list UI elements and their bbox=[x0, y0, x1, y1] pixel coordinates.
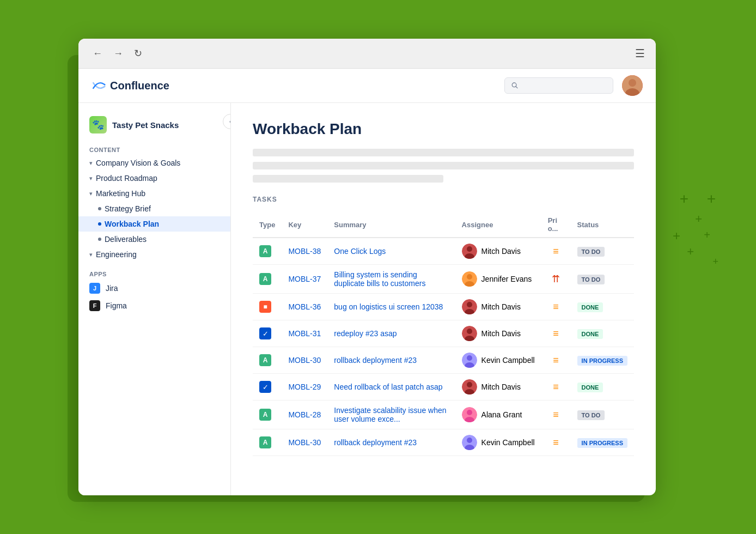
cell-summary[interactable]: redeploy #23 asap bbox=[327, 320, 455, 347]
sidebar-item-product-roadmap[interactable]: ▾ Product Roadmap bbox=[78, 171, 230, 186]
cell-status: DONE bbox=[571, 320, 634, 347]
workspace-icon: 🐾 bbox=[89, 116, 107, 134]
app-header: Confluence bbox=[78, 69, 656, 103]
table-row[interactable]: A MOBL-28 Investigate scalability issue … bbox=[253, 400, 634, 429]
cell-type: ■ bbox=[253, 294, 282, 320]
assignee-name: Alana Grant bbox=[481, 410, 522, 419]
user-avatar-image bbox=[622, 75, 643, 96]
hamburger-icon[interactable]: ☰ bbox=[635, 47, 645, 60]
confluence-logo[interactable]: Confluence bbox=[92, 78, 169, 93]
assignee-name: Kevin Campbell bbox=[481, 438, 535, 447]
assignee-name: Jennifer Evans bbox=[481, 275, 532, 283]
task-key-link[interactable]: MOBL-30 bbox=[288, 356, 321, 365]
cell-key[interactable]: MOBL-30 bbox=[282, 429, 327, 456]
content-area: Workback Plan TASKS Type Key Summary Ass… bbox=[231, 103, 656, 495]
cell-key[interactable]: MOBL-38 bbox=[282, 238, 327, 265]
task-key-link[interactable]: MOBL-30 bbox=[288, 438, 321, 447]
browser-chrome: ← → ↻ ☰ bbox=[78, 39, 656, 69]
search-bar[interactable] bbox=[504, 77, 613, 94]
assignee-cell: Alana Grant bbox=[462, 407, 535, 422]
cell-summary[interactable]: rollback deployment #23 bbox=[327, 429, 455, 456]
table-row[interactable]: A MOBL-37 Billing system is sending dupl… bbox=[253, 265, 634, 294]
sidebar-item-label: Figma bbox=[106, 301, 127, 310]
task-key-link[interactable]: MOBL-37 bbox=[288, 275, 321, 283]
status-badge: TO DO bbox=[577, 410, 605, 420]
task-summary-link[interactable]: One Click Logs bbox=[334, 247, 386, 256]
cell-assignee: Kevin Campbell bbox=[455, 347, 541, 374]
cell-key[interactable]: MOBL-37 bbox=[282, 265, 327, 294]
cell-priority: ≡ bbox=[541, 429, 571, 456]
priority-icon: ≡ bbox=[548, 246, 564, 257]
cell-key[interactable]: MOBL-36 bbox=[282, 294, 327, 320]
sidebar-item-label: Product Roadmap bbox=[96, 174, 157, 183]
cell-summary[interactable]: One Click Logs bbox=[327, 238, 455, 265]
assignee-avatar bbox=[462, 379, 477, 395]
workspace-header[interactable]: 🐾 Tasty Pet Snacks bbox=[78, 112, 230, 142]
task-key-link[interactable]: MOBL-38 bbox=[288, 247, 321, 256]
cell-key[interactable]: MOBL-30 bbox=[282, 347, 327, 374]
search-input[interactable] bbox=[522, 81, 606, 90]
table-row[interactable]: ✓ MOBL-31 redeploy #23 asap Mitch Davis … bbox=[253, 320, 634, 347]
cell-assignee: Mitch Davis bbox=[455, 238, 541, 265]
table-header: Type Key Summary Assignee Pri o... Statu… bbox=[253, 212, 634, 238]
cell-type: A bbox=[253, 347, 282, 374]
cell-key[interactable]: MOBL-29 bbox=[282, 374, 327, 400]
assignee-name: Mitch Davis bbox=[481, 383, 521, 391]
table-row[interactable]: A MOBL-38 One Click Logs Mitch Davis ≡ T… bbox=[253, 238, 634, 265]
tasks-table: Type Key Summary Assignee Pri o... Statu… bbox=[253, 212, 634, 456]
sidebar-item-strategy-brief[interactable]: Strategy Brief bbox=[78, 201, 230, 216]
task-summary-link[interactable]: redeploy #23 asap bbox=[334, 329, 397, 338]
status-badge: DONE bbox=[577, 302, 603, 312]
chevron-icon: ▾ bbox=[89, 160, 93, 167]
task-summary-link[interactable]: Need rollback of last patch asap bbox=[334, 383, 442, 391]
sidebar-item-deliverables[interactable]: Deliverables bbox=[78, 232, 230, 247]
task-summary-link[interactable]: Billing system is sending duplicate bill… bbox=[334, 270, 425, 288]
cell-status: TO DO bbox=[571, 238, 634, 265]
cell-assignee: Jennifer Evans bbox=[455, 265, 541, 294]
sidebar-item-figma[interactable]: F Figma bbox=[78, 297, 230, 314]
cell-status: TO DO bbox=[571, 265, 634, 294]
svg-point-21 bbox=[467, 382, 472, 387]
forward-button[interactable]: → bbox=[110, 47, 126, 60]
table-row[interactable]: A MOBL-30 rollback deployment #23 Kevin … bbox=[253, 429, 634, 456]
assignee-avatar bbox=[462, 353, 477, 368]
cell-type: A bbox=[253, 400, 282, 429]
sidebar-item-engineering[interactable]: ▾ Engineering bbox=[78, 247, 230, 262]
col-summary: Summary bbox=[327, 212, 455, 238]
table-row[interactable]: ✓ MOBL-29 Need rollback of last patch as… bbox=[253, 374, 634, 400]
svg-point-6 bbox=[467, 246, 472, 252]
avatar[interactable] bbox=[622, 75, 643, 96]
checkbox-type-icon: ✓ bbox=[259, 327, 271, 339]
sidebar-item-company-vision[interactable]: ▾ Company Vision & Goals bbox=[78, 155, 230, 171]
cell-key[interactable]: MOBL-28 bbox=[282, 400, 327, 429]
task-key-link[interactable]: MOBL-29 bbox=[288, 383, 321, 391]
back-button[interactable]: ← bbox=[89, 47, 106, 60]
task-key-link[interactable]: MOBL-36 bbox=[288, 302, 321, 311]
task-key-link[interactable]: MOBL-28 bbox=[288, 410, 321, 419]
table-row[interactable]: A MOBL-30 rollback deployment #23 Kevin … bbox=[253, 347, 634, 374]
sidebar: 🐾 Tasty Pet Snacks CONTENT ▾ Company Vis… bbox=[78, 103, 231, 495]
refresh-button[interactable]: ↻ bbox=[131, 46, 145, 60]
cell-summary[interactable]: rollback deployment #23 bbox=[327, 347, 455, 374]
sidebar-item-workback-plan[interactable]: Workback Plan bbox=[78, 216, 230, 232]
task-summary-link[interactable]: bug on logistics ui screen 12038 bbox=[334, 302, 443, 311]
cell-summary[interactable]: bug on logistics ui screen 12038 bbox=[327, 294, 455, 320]
assignee-avatar-image bbox=[462, 407, 477, 422]
cell-summary[interactable]: Billing system is sending duplicate bill… bbox=[327, 265, 455, 294]
task-summary-link[interactable]: rollback deployment #23 bbox=[334, 438, 417, 447]
cell-summary[interactable]: Investigate scalability issue when user … bbox=[327, 400, 455, 429]
svg-point-9 bbox=[467, 274, 472, 280]
story-type-icon: A bbox=[259, 436, 271, 448]
cell-type: A bbox=[253, 265, 282, 294]
cell-summary[interactable]: Need rollback of last patch asap bbox=[327, 374, 455, 400]
assignee-cell: Kevin Campbell bbox=[462, 435, 535, 450]
placeholder-line-2 bbox=[253, 162, 634, 169]
table-row[interactable]: ■ MOBL-36 bug on logistics ui screen 120… bbox=[253, 294, 634, 320]
task-summary-link[interactable]: Investigate scalability issue when user … bbox=[334, 406, 446, 423]
task-summary-link[interactable]: rollback deployment #23 bbox=[334, 356, 417, 365]
assignee-avatar-image bbox=[462, 244, 477, 259]
sidebar-item-jira[interactable]: J Jira bbox=[78, 280, 230, 297]
cell-key[interactable]: MOBL-31 bbox=[282, 320, 327, 347]
sidebar-item-marketing-hub[interactable]: ▾ Marketing Hub bbox=[78, 186, 230, 201]
task-key-link[interactable]: MOBL-31 bbox=[288, 329, 321, 338]
